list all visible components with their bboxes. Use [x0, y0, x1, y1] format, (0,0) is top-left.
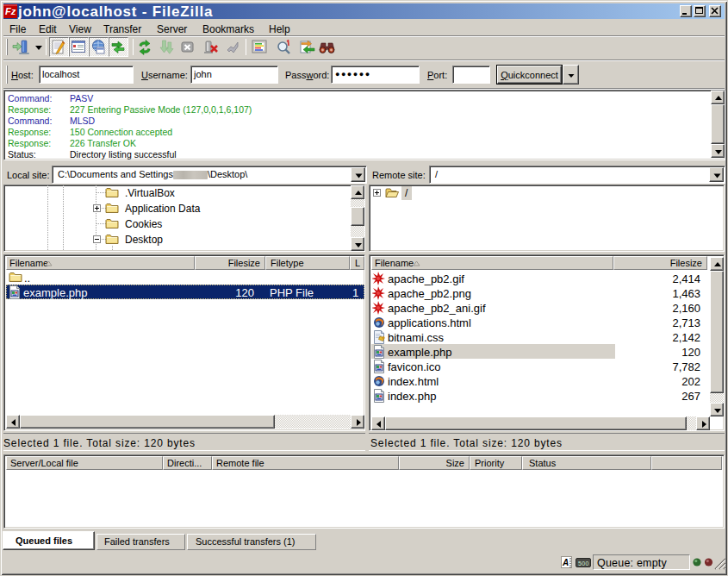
- svg-text:Fz: Fz: [5, 6, 16, 16]
